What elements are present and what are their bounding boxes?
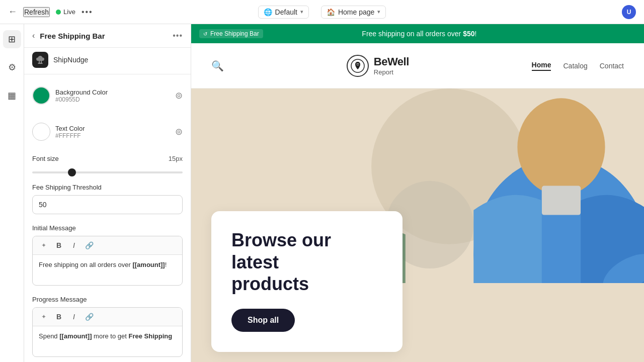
top-bar-center: 🌐 Default ▾ 🏠 Home page ▾ bbox=[220, 6, 424, 19]
progress-placeholder: [[amount]] bbox=[59, 332, 92, 340]
panel-header: ‹ Free Shipping Bar ••• bbox=[24, 24, 191, 48]
initial-message-label: Initial Message bbox=[32, 224, 183, 232]
magic-icon-2[interactable]: ✦ bbox=[38, 311, 50, 323]
panel-back-icon[interactable]: ‹ bbox=[32, 31, 35, 40]
panel-title: Free Shipping Bar bbox=[40, 32, 168, 40]
initial-message-section: Initial Message ✦ B I 🔗 Free shipping on… bbox=[32, 224, 183, 286]
logo-brand-name: BeWell bbox=[374, 55, 409, 68]
refresh-button[interactable]: Refresh bbox=[23, 7, 50, 17]
threshold-label: Fee Shipping Threshold bbox=[32, 184, 183, 191]
bold-button[interactable]: B bbox=[53, 239, 65, 251]
text-color-picker-icon[interactable]: ⊚ bbox=[175, 126, 183, 137]
nav-home[interactable]: Home bbox=[532, 61, 551, 71]
background-color-swatch[interactable] bbox=[32, 86, 50, 105]
live-badge: Live bbox=[56, 8, 75, 16]
text-color-info: Text Color #FFFFFF bbox=[32, 123, 85, 141]
search-icon[interactable]: 🔍 bbox=[211, 60, 224, 72]
main-layout: ⊞ ⚙ ▦ ‹ Free Shipping Bar ••• ShipNudge bbox=[0, 24, 644, 362]
default-label: Default bbox=[275, 8, 297, 16]
font-size-slider-container bbox=[32, 166, 183, 175]
sidebar-item-layers[interactable]: ⊞ bbox=[3, 30, 21, 48]
background-color-picker-icon[interactable]: ⊚ bbox=[175, 90, 183, 101]
text-color-hex: #FFFFFF bbox=[55, 132, 85, 139]
shipping-bar-tag-label: Free Shipping Bar bbox=[210, 30, 259, 37]
panel-content: Background Color #00955D ⊚ Text Color #F… bbox=[24, 74, 191, 362]
more-button[interactable]: ••• bbox=[82, 8, 93, 17]
sidebar-item-settings[interactable]: ⚙ bbox=[3, 58, 21, 76]
home-page-label: Home page bbox=[338, 8, 374, 16]
panel-more-button[interactable]: ••• bbox=[173, 31, 183, 40]
logo-circle bbox=[347, 55, 369, 77]
app-icon bbox=[32, 52, 48, 68]
text-color-row: Text Color #FFFFFF ⊚ bbox=[32, 119, 183, 145]
home-icon: 🏠 bbox=[327, 8, 335, 16]
bold-button-2[interactable]: B bbox=[53, 311, 65, 323]
shipping-bar-message-before: Free shipping on all orders over bbox=[362, 30, 463, 38]
background-color-row: Background Color #00955D ⊚ bbox=[32, 82, 183, 109]
shipping-bar-amount: $50 bbox=[463, 30, 474, 38]
icon-sidebar: ⊞ ⚙ ▦ bbox=[0, 24, 24, 362]
shop-all-button[interactable]: Shop all bbox=[231, 309, 295, 332]
top-bar-right: U bbox=[432, 5, 636, 19]
background-color-hex: #00955D bbox=[55, 96, 108, 103]
threshold-input[interactable] bbox=[32, 195, 183, 214]
background-color-info: Background Color #00955D bbox=[32, 86, 108, 105]
text-color-details: Text Color #FFFFFF bbox=[55, 125, 85, 139]
logo-text: BeWell Report bbox=[374, 55, 409, 76]
text-color-label: Text Color bbox=[55, 125, 85, 132]
svg-rect-6 bbox=[542, 186, 581, 215]
link-button[interactable]: 🔗 bbox=[83, 239, 95, 251]
left-panel: ‹ Free Shipping Bar ••• ShipNudge bbox=[24, 24, 191, 362]
progress-text-before: Spend bbox=[39, 332, 59, 340]
top-bar: ← Refresh Live ••• 🌐 Default ▾ 🏠 Home pa… bbox=[0, 0, 644, 24]
store-nav: Home Catalog Contact bbox=[532, 61, 624, 71]
shipping-bar-message-after: ! bbox=[474, 30, 476, 38]
font-size-slider[interactable] bbox=[32, 171, 183, 173]
background-color-details: Background Color #00955D bbox=[55, 88, 108, 103]
chevron-down-icon: ▾ bbox=[300, 9, 303, 15]
font-size-header: Font size 15px bbox=[32, 155, 183, 162]
background-color-label: Background Color bbox=[55, 88, 108, 96]
sidebar-item-grid[interactable]: ▦ bbox=[3, 86, 21, 105]
shipping-bar-tag: ↺ Free Shipping Bar bbox=[199, 29, 263, 38]
live-label: Live bbox=[63, 8, 75, 16]
svg-point-5 bbox=[517, 98, 605, 196]
initial-message-text-before: Free shipping on all orders over bbox=[39, 261, 132, 268]
font-size-value: 15px bbox=[169, 155, 183, 162]
globe-icon: 🌐 bbox=[264, 8, 272, 16]
italic-button[interactable]: I bbox=[68, 239, 80, 251]
preview-area: ↺ Free Shipping Bar Free shipping on all… bbox=[191, 24, 644, 362]
panel-app-row: ShipNudge bbox=[24, 48, 191, 74]
font-size-section: Font size 15px bbox=[32, 155, 183, 175]
logo-subtitle: Report bbox=[374, 68, 393, 76]
shipping-bar: ↺ Free Shipping Bar Free shipping on all… bbox=[191, 24, 644, 43]
progress-text-middle: more to get bbox=[92, 332, 128, 340]
shipping-bar-text: Free shipping on all orders over $50! bbox=[263, 30, 576, 38]
magic-icon[interactable]: ✦ bbox=[38, 239, 50, 251]
initial-message-body[interactable]: Free shipping on all orders over [[amoun… bbox=[33, 255, 182, 285]
progress-message-body[interactable]: Spend [[amount]] more to get Free Shippi… bbox=[33, 326, 182, 356]
progress-message-section: Progress Message ✦ B I 🔗 Spend [[amount]… bbox=[32, 296, 183, 357]
live-dot bbox=[56, 10, 61, 15]
progress-message-toolbar: ✦ B I 🔗 bbox=[33, 308, 182, 326]
home-page-button[interactable]: 🏠 Home page ▾ bbox=[321, 6, 386, 19]
font-size-label: Font size bbox=[32, 155, 59, 162]
link-button-2[interactable]: 🔗 bbox=[83, 311, 95, 323]
progress-message-label: Progress Message bbox=[32, 296, 183, 303]
nav-contact[interactable]: Contact bbox=[600, 62, 624, 70]
initial-message-placeholder: [[amount]] bbox=[132, 261, 165, 268]
hero-section: Browse our latest products Shop all bbox=[191, 88, 644, 362]
avatar[interactable]: U bbox=[622, 5, 636, 19]
top-bar-left: ← Refresh Live ••• bbox=[8, 7, 212, 17]
text-color-section: Text Color #FFFFFF ⊚ bbox=[32, 119, 183, 145]
italic-button-2[interactable]: I bbox=[68, 311, 80, 323]
progress-text-bold: Free Shipping bbox=[128, 332, 172, 340]
default-button[interactable]: 🌐 Default ▾ bbox=[258, 6, 309, 19]
app-name: ShipNudge bbox=[53, 56, 88, 64]
hero-title: Browse our latest products bbox=[231, 229, 382, 295]
progress-message-editor: ✦ B I 🔗 Spend [[amount]] more to get Fre… bbox=[32, 307, 183, 357]
nav-catalog[interactable]: Catalog bbox=[563, 62, 587, 70]
back-icon[interactable]: ← bbox=[8, 7, 17, 17]
text-color-swatch[interactable] bbox=[32, 123, 50, 141]
background-color-section: Background Color #00955D ⊚ bbox=[32, 82, 183, 109]
